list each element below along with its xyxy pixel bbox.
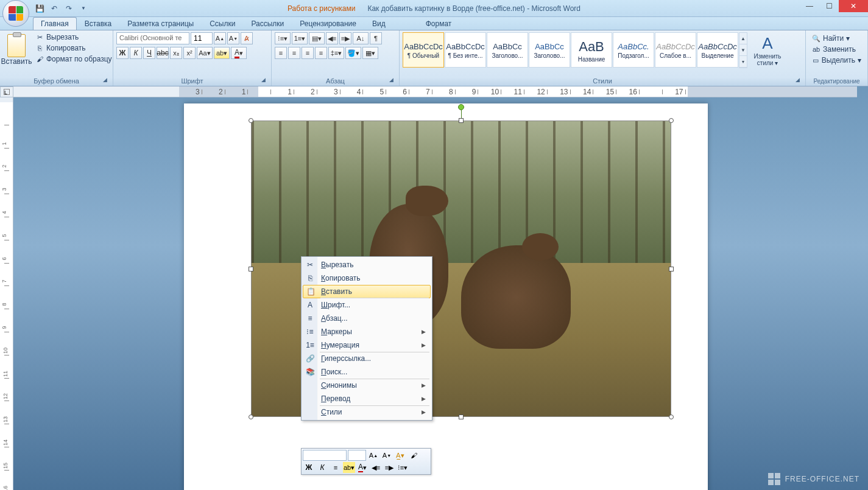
line-spacing-button[interactable]: ‡≡▾ [328,47,344,59]
increase-indent-button[interactable]: ≡▶ [339,32,351,44]
change-case-button[interactable]: Aa▾ [197,47,213,59]
resize-handle-bl[interactable] [249,415,253,419]
shading-button[interactable]: 🪣▾ [345,47,361,59]
document-area[interactable] [13,97,868,490]
style-item-5[interactable]: AaBbCc.Подзагол... [613,32,654,68]
mini-italic[interactable]: К [316,462,328,473]
undo-icon[interactable]: ↶ [49,3,60,14]
tab-review[interactable]: Рецензирование [292,17,364,30]
style-down-icon[interactable]: ▼ [739,44,747,56]
rotate-handle[interactable] [458,104,464,110]
resize-handle-tl[interactable] [249,118,253,123]
ctx-item-9[interactable]: Синонимы▶ [303,379,431,392]
grow-font-button[interactable]: A▲ [214,32,226,44]
mini-highlight[interactable]: ab▾ [343,462,355,473]
resize-handle-tm[interactable] [459,118,464,123]
style-more-icon[interactable]: ▾ [739,56,747,68]
mini-shrink-font[interactable]: A▼ [381,450,393,461]
mini-size-combo[interactable] [348,450,366,461]
ctx-item-11[interactable]: Стили▶ [303,405,431,419]
tab-insert[interactable]: Вставка [77,17,120,30]
mini-bold[interactable]: Ж [303,462,315,473]
ctx-item-4[interactable]: ≡Абзац... [303,312,431,325]
save-icon[interactable]: 💾 [34,3,45,14]
ctx-item-5[interactable]: ⁝≡Маркеры▶ [303,325,431,338]
ctx-item-2[interactable]: 📋Вставить [303,285,431,298]
align-right-button[interactable]: ≡ [302,47,314,59]
ruler-corner[interactable]: L [0,86,13,97]
tab-format-context[interactable]: Формат [418,17,460,30]
tab-home[interactable]: Главная [33,17,77,30]
mini-font-combo[interactable] [303,450,347,461]
subscript-button[interactable]: x₂ [170,47,182,59]
style-item-1[interactable]: AaBbCcDc¶ Без инте... [445,32,486,68]
mini-grow-font[interactable]: A▲ [367,450,379,461]
mini-center[interactable]: ≡ [330,462,342,473]
sort-button[interactable]: A↓ [353,32,369,44]
ctx-item-8[interactable]: 📚Поиск... [303,365,431,379]
horizontal-ruler[interactable]: 3211234567891011121314151617 [13,86,857,97]
tab-layout[interactable]: Разметка страницы [119,17,202,30]
resize-handle-bm[interactable] [459,415,464,419]
align-left-button[interactable]: ≡ [275,47,287,59]
show-marks-button[interactable]: ¶ [370,32,382,44]
ctx-item-7[interactable]: 🔗Гиперссылка... [303,352,431,365]
resize-handle-br[interactable] [669,415,674,419]
ctx-item-1[interactable]: ⎘Копировать [303,271,431,285]
minimize-button[interactable]: — [800,0,819,12]
mini-styles-button[interactable]: A̲▾ [394,450,406,461]
numbering-button[interactable]: 1≡▾ [292,32,308,44]
shrink-font-button[interactable]: A▼ [227,32,239,44]
paragraph-launcher-icon[interactable]: ◢ [389,77,397,84]
mini-increase-indent[interactable]: ≡▶ [383,462,395,473]
find-button[interactable]: 🔍Найти ▾ [810,33,863,43]
styles-launcher-icon[interactable]: ◢ [796,77,803,84]
tab-references[interactable]: Ссылки [202,17,243,30]
cut-button[interactable]: ✂Вырезать [33,32,115,42]
ctx-item-10[interactable]: Перевод▶ [303,392,431,405]
bullets-button[interactable]: ⁝≡▾ [275,32,291,44]
mini-decrease-indent[interactable]: ◀≡ [370,462,382,473]
mini-format-painter[interactable]: 🖌 [408,450,420,461]
resize-handle-mr[interactable] [669,267,674,271]
strikethrough-button[interactable]: abc [157,47,169,59]
underline-button[interactable]: Ч [143,47,155,59]
qat-dropdown-icon[interactable]: ▼ [78,3,89,14]
tab-view[interactable]: Вид [364,17,393,30]
copy-button[interactable]: ⎘Копировать [33,43,115,53]
resize-handle-tr[interactable] [669,118,674,123]
style-item-7[interactable]: AaBbCcDcВыделение [697,32,738,68]
change-styles-button[interactable]: AИзменитьстили ▾ [750,32,785,68]
maximize-button[interactable]: ☐ [819,0,839,12]
highlight-button[interactable]: ab▾ [214,47,230,59]
font-color-button[interactable]: A▾ [231,47,247,59]
vertical-ruler[interactable]: 12345678910111213141516 [0,97,13,490]
mini-font-color[interactable]: A▾ [356,462,369,473]
superscript-button[interactable]: x² [183,47,196,59]
ctx-item-6[interactable]: 1≡Нумерация▶ [303,338,431,352]
clear-formatting-button[interactable]: A̷ [241,32,253,44]
clipboard-launcher-icon[interactable]: ◢ [103,77,110,84]
resize-handle-ml[interactable] [249,267,253,271]
ctx-item-0[interactable]: ✂Вырезать [303,258,431,271]
multilevel-button[interactable]: ▤▾ [309,32,325,44]
close-button[interactable]: ✕ [839,0,868,12]
align-center-button[interactable]: ≡ [288,47,300,59]
italic-button[interactable]: К [130,47,142,59]
font-launcher-icon[interactable]: ◢ [261,77,269,84]
mini-bullets[interactable]: ⁝≡▾ [397,462,409,473]
select-button[interactable]: ▭Выделить ▾ [810,55,863,65]
office-button[interactable] [2,0,29,27]
style-scroll[interactable]: ▲▼▾ [739,32,747,68]
format-painter-button[interactable]: 🖌Формат по образцу [33,54,115,64]
style-up-icon[interactable]: ▲ [739,33,747,44]
borders-button[interactable]: ▦▾ [362,47,378,59]
font-name-combo[interactable]: Calibri (Основной те [116,32,189,44]
style-item-0[interactable]: AaBbCcDc¶ Обычный [403,32,444,68]
redo-icon[interactable]: ↷ [63,3,74,14]
font-size-combo[interactable]: 11 [191,32,213,44]
ctx-item-3[interactable]: AШрифт... [303,298,431,312]
style-item-4[interactable]: AaBНазвание [571,32,612,68]
replace-button[interactable]: abЗаменить [810,44,863,54]
style-item-2[interactable]: AaBbCcЗаголово... [487,32,528,68]
